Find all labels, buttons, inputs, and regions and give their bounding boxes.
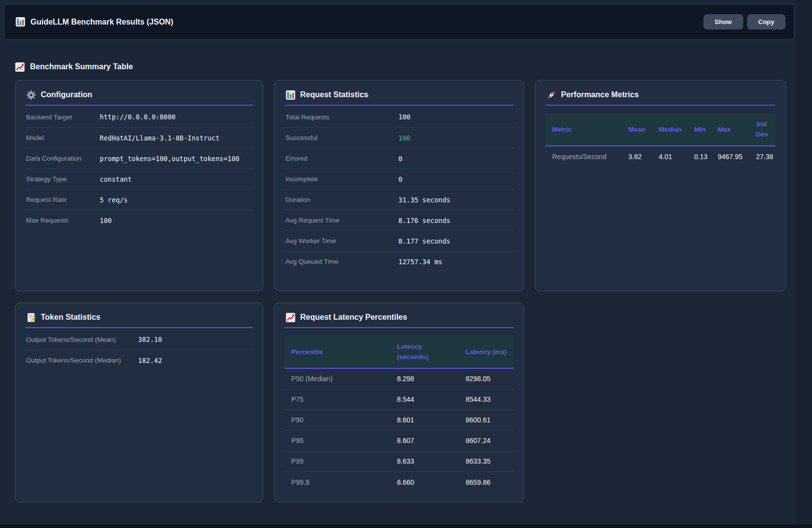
card-title-request-statistics: Request Statistics: [300, 90, 368, 99]
col-percentile: Percentile: [284, 347, 390, 357]
table-row-p99: P99 8.633 8633.35: [284, 451, 514, 472]
memo-icon: [26, 312, 36, 323]
col-max: Max: [711, 124, 749, 135]
col-latency-seconds: Latency (seconds): [390, 341, 459, 362]
stat-row-errored: Errored 0: [284, 148, 514, 168]
card-performance-metrics: Performance Metrics Metric Mean Median M…: [535, 80, 786, 291]
copy-button[interactable]: Copy: [747, 14, 786, 29]
col-min: Min: [687, 124, 711, 135]
performance-metrics-table: Metric Mean Median Min Max Std Dev Reque…: [545, 113, 776, 167]
config-row-request-rate: Request Rate 5 req/s: [25, 189, 253, 210]
stat-row-successful: Successful 100: [284, 127, 514, 148]
stat-row-avg-request-time: Avg Request Time 8.176 seconds: [284, 210, 514, 230]
chart-increasing-icon: [15, 62, 25, 72]
accent-rule: [25, 327, 253, 328]
bottom-strip: [0, 525, 812, 528]
successful-count-green: 100: [398, 134, 410, 142]
card-request-statistics: Request Statistics Total Requests 100 Su…: [274, 80, 524, 291]
stat-row-incomplete: Incomplete 0: [284, 168, 514, 189]
card-title-configuration: Configuration: [41, 90, 92, 99]
stat-row-avg-worker-time: Avg Worker Time 8.177 seconds: [284, 230, 514, 251]
table-row-p99-9: P99.9 8.660 8659.86: [284, 472, 514, 493]
section-header: Benchmark Summary Table: [15, 60, 812, 73]
col-metric: Metric: [545, 124, 621, 135]
header-bar: GuideLLM Benchmark Results (JSON) Show C…: [4, 4, 795, 40]
token-row-median: Output Tokens/Second (Median) 182.42: [25, 350, 253, 370]
table-row-p75: P75 8.544 8544.33: [284, 389, 514, 410]
cards-grid: Configuration Backend Target http://0.0.…: [15, 80, 812, 502]
config-row-strategy-type: Strategy Type constant: [25, 168, 253, 189]
show-button[interactable]: Show: [703, 14, 743, 29]
page-title: GuideLLM Benchmark Results (JSON): [30, 18, 173, 27]
page-right-gutter: [796, 0, 812, 528]
accent-rule: [284, 105, 514, 106]
header-title-group: GuideLLM Benchmark Results (JSON): [15, 17, 173, 27]
table-row-p50: P50 (Median) 8.298 8298.05: [284, 369, 514, 389]
header-actions: Show Copy: [703, 14, 785, 29]
card-title-performance-metrics: Performance Metrics: [561, 90, 639, 99]
card-title-latency-percentiles: Request Latency Percentiles: [300, 313, 407, 322]
stat-row-duration: Duration 31.35 seconds: [284, 189, 514, 210]
accent-rule: [284, 327, 514, 328]
section-title: Benchmark Summary Table: [30, 62, 133, 71]
card-latency-percentiles: Request Latency Percentiles Percentile L…: [274, 303, 524, 502]
stat-row-total-requests: Total Requests 100: [284, 107, 514, 127]
config-row-data-configuration: Data Configuration prompt_tokens=100,out…: [25, 148, 253, 168]
accent-rule: [25, 105, 253, 106]
config-row-model: Model RedHatAI/Llama-3.1-8B-Instruct: [25, 127, 253, 148]
config-row-max-requests: Max Requests 100: [25, 210, 253, 230]
latency-percentiles-table: Percentile Latency (seconds) Latency (ms…: [284, 335, 514, 493]
latency-table-header: Percentile Latency (seconds) Latency (ms…: [284, 335, 514, 369]
col-median: Median: [652, 124, 687, 135]
config-row-backend-target: Backend Target http://0.0.0.0:8000: [25, 107, 253, 127]
col-latency-ms: Latency (ms): [459, 347, 514, 357]
col-mean: Mean: [621, 124, 652, 135]
chart-increasing-icon: [285, 312, 296, 323]
stat-row-avg-queued-time: Avg Queued Time 12757.34 ms: [284, 251, 514, 272]
card-token-statistics: Token Statistics Output Tokens/Second (M…: [15, 303, 263, 502]
grid-empty-cell: [535, 303, 786, 502]
card-title-token-statistics: Token Statistics: [41, 313, 101, 322]
table-row-p95: P95 8.607 8607.24: [284, 431, 514, 451]
accent-rule: [545, 105, 776, 106]
table-row-requests-per-second: Requests/Second 3.82 4.01 0.13 9467.95 2…: [545, 146, 776, 167]
token-row-mean: Output Tokens/Second (Mean) 382.10: [25, 329, 253, 350]
table-row-p90: P90 8.601 8600.61: [284, 410, 514, 431]
bar-chart-icon: [15, 17, 26, 27]
rocket-icon: [546, 90, 557, 100]
bar-chart-icon: [285, 90, 296, 100]
performance-metrics-table-header: Metric Mean Median Min Max Std Dev: [545, 113, 776, 146]
card-configuration: Configuration Backend Target http://0.0.…: [15, 80, 263, 291]
gear-icon: [26, 90, 36, 100]
col-std-dev: Std Dev: [749, 119, 776, 139]
